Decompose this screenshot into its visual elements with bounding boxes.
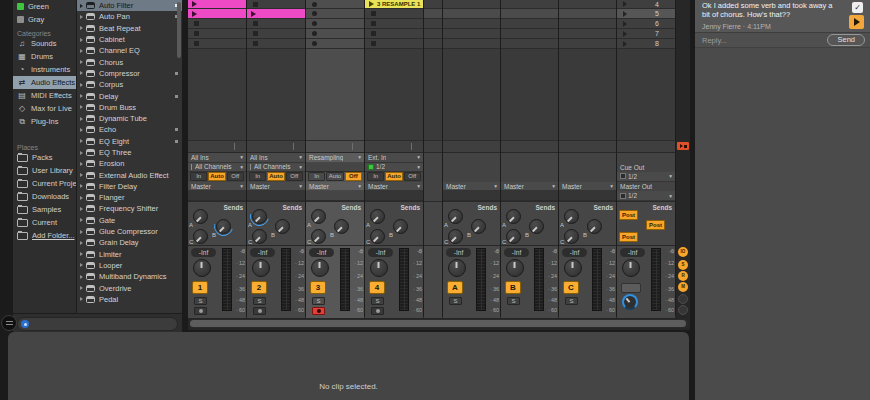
send-a-knob[interactable] [252,209,267,224]
scene-slot[interactable]: 5 [617,9,675,19]
master-out-dropdown[interactable]: 1/2▾ [617,191,675,201]
send-a-knob[interactable] [370,209,385,224]
send-button[interactable]: Send [827,34,865,46]
input-type-dropdown[interactable]: Resampling▾ [306,153,364,163]
send-a-knob[interactable] [448,209,463,224]
device-list-scrollbar[interactable] [177,2,181,58]
empty-slot[interactable] [443,0,500,9]
send-b-knob[interactable] [529,219,544,234]
scene-slot[interactable]: 6 [617,19,675,29]
sidebar-place-samples[interactable]: Samples [13,203,76,216]
sidebar-item-plug-ins[interactable]: ⧉Plug-Ins [13,115,76,128]
device-item-delay[interactable]: Delay [77,90,182,101]
device-item-dynamic-tube[interactable]: Dynamic Tube [77,113,182,124]
pan-knob[interactable] [622,259,640,277]
clip-record-button[interactable] [306,0,364,9]
input-type-dropdown[interactable]: All Ins▾ [188,153,246,163]
solo-button[interactable]: S [194,297,207,305]
empty-slot[interactable] [443,29,500,39]
color-tag-green[interactable]: Green [13,0,76,13]
device-item-cabinet[interactable]: Cabinet [77,34,182,45]
send-b-knob[interactable] [393,219,408,234]
monitor-auto-button[interactable]: Auto [208,172,225,181]
resolve-check-icon[interactable]: ✓ [852,2,863,13]
send-c-knob[interactable] [311,229,326,244]
clip-stop-button[interactable] [247,39,305,49]
device-item-external-audio-effect[interactable]: External Audio Effect [77,169,182,180]
audio-clip-pink[interactable] [188,9,246,19]
volume-readout[interactable]: -Inf [620,248,645,257]
empty-slot[interactable] [501,29,558,39]
device-item-erosion[interactable]: Erosion [77,158,182,169]
comment-play-button[interactable] [849,15,864,29]
audio-clip-yellow[interactable]: 3 RESAMPLE 1 [365,0,423,9]
input-channel-dropdown[interactable]: All Channels▾ [188,163,246,173]
clip-record-button[interactable] [306,19,364,29]
send-c-knob[interactable] [370,229,385,244]
pan-knob[interactable] [252,259,270,277]
monitor-in-button[interactable]: In [190,172,207,181]
sidebar-item-instruments[interactable]: ◔Instruments [13,63,76,76]
cue-out-dropdown[interactable]: 1/2▾ [617,172,675,182]
monitor-off-button[interactable]: Off [227,172,244,181]
track-activator-button[interactable]: 4 [369,281,385,294]
solo-button[interactable]: S [507,297,520,305]
solo-button[interactable]: S [253,297,266,305]
clip-stop-button[interactable] [247,0,305,9]
empty-slot[interactable] [443,39,500,49]
monitor-off-button[interactable]: Off [286,172,303,181]
mixer-view-toggle-4[interactable] [678,294,688,304]
device-item-compressor[interactable]: Compressor [77,68,182,79]
empty-slot[interactable] [559,19,616,29]
volume-readout[interactable]: -Inf [446,248,471,257]
clip-stop-button[interactable] [365,39,423,49]
post-toggle-button[interactable]: Post [619,210,638,220]
volume-readout[interactable]: -Inf [562,248,587,257]
empty-slot[interactable] [501,19,558,29]
output-dropdown[interactable]: Master▾ [188,182,246,192]
empty-slot[interactable] [501,9,558,19]
volume-readout[interactable]: -Inf [368,248,393,257]
device-item-eq-three[interactable]: EQ Three [77,147,182,158]
search-input[interactable] [17,317,178,331]
device-item-drum-buss[interactable]: Drum Buss [77,102,182,113]
monitor-in-button[interactable]: In [249,172,266,181]
track-activator-button[interactable]: 2 [251,281,267,294]
mixer-view-toggle-5[interactable] [678,305,688,315]
empty-slot[interactable] [424,19,442,29]
device-item-flanger[interactable]: Flanger [77,192,182,203]
volume-readout[interactable]: -Inf [191,248,216,257]
clip-stop-button[interactable] [188,19,246,29]
solo-button[interactable]: S [449,297,462,305]
horizontal-scrollbar[interactable] [189,319,689,328]
sidebar-item-max-for-live[interactable]: ◇Max for Live [13,102,76,115]
input-type-dropdown[interactable]: Ext. In▾ [365,153,423,163]
device-item-frequency-shifter[interactable]: Frequency Shifter [77,203,182,214]
empty-slot[interactable] [501,39,558,49]
empty-slot[interactable] [443,19,500,29]
device-item-corpus[interactable]: Corpus [77,79,182,90]
sidebar-place-add-folder-[interactable]: Add Folder... [13,229,76,242]
sidebar-item-sounds[interactable]: ♫Sounds [13,37,76,50]
solo-button[interactable]: S [565,297,578,305]
track-activator-button[interactable]: 3 [310,281,326,294]
empty-slot[interactable] [424,0,442,9]
arm-button[interactable] [253,307,266,315]
output-dropdown[interactable]: Master▾ [443,182,500,192]
empty-slot[interactable] [424,39,442,49]
volume-readout[interactable]: -Inf [309,248,334,257]
scene-slot[interactable]: 7 [617,29,675,39]
browser-collapse-button[interactable] [1,315,17,331]
arm-button[interactable] [194,307,207,315]
send-b-knob[interactable] [334,219,349,234]
monitor-auto-button[interactable]: Auto [385,172,402,181]
empty-slot[interactable] [559,9,616,19]
pan-knob[interactable] [193,259,211,277]
send-b-knob[interactable] [587,219,602,234]
input-type-dropdown[interactable]: All Ins▾ [247,153,305,163]
input-channel-dropdown[interactable]: All Channels▾ [247,163,305,173]
device-item-multiband-dynamics[interactable]: Multiband Dynamics [77,271,182,282]
send-c-knob[interactable] [506,229,521,244]
send-b-knob[interactable] [275,219,290,234]
volume-readout[interactable]: -Inf [250,248,275,257]
